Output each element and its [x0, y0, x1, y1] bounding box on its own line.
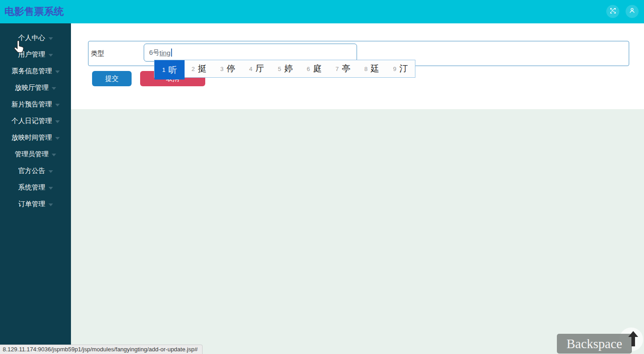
ime-candidate[interactable]: 6 庭 [300, 60, 329, 77]
user-icon [628, 7, 636, 16]
submit-button[interactable]: 提交 [92, 71, 132, 86]
sidebar-item-user-management[interactable]: 用户管理 [0, 46, 71, 63]
input-committed-text: 6号 [149, 49, 159, 57]
chevron-down-icon [49, 37, 53, 40]
type-input[interactable]: 6号ting [144, 44, 357, 62]
ime-candidate[interactable]: 4 厅 [242, 60, 271, 77]
sidebar-item-personal-center[interactable]: 个人中心 [0, 30, 71, 46]
sidebar-item-personal-diary-management[interactable]: 个人日记管理 [0, 113, 71, 129]
text-cursor [171, 49, 172, 57]
user-button[interactable] [626, 5, 639, 18]
main-content: 类型 6号ting 提交 取消 1 听 2 挺 3 停 4 厅 [71, 23, 644, 354]
type-field-label: 类型 [91, 41, 104, 66]
chevron-down-icon [55, 104, 60, 106]
sidebar-item-screening-hall-management[interactable]: 放映厅管理 [0, 80, 71, 96]
ime-candidate[interactable]: 2 挺 [185, 60, 213, 77]
chevron-down-icon [55, 137, 60, 140]
ime-candidate[interactable]: 5 婷 [271, 60, 300, 77]
sidebar-item-official-announcement[interactable]: 官方公告 [0, 163, 71, 179]
top-header: 电影售票系统 [0, 0, 644, 23]
ime-candidate[interactable]: 7 亭 [329, 60, 357, 77]
ime-candidate[interactable]: 8 廷 [357, 60, 386, 77]
keypress-overlay: Backspace [557, 334, 632, 354]
app-title: 电影售票系统 [4, 5, 64, 18]
sidebar-item-ticket-info-management[interactable]: 票务信息管理 [0, 63, 71, 80]
ime-candidate[interactable]: 3 停 [213, 60, 242, 77]
ime-candidate[interactable]: 1 听 [154, 60, 185, 80]
chevron-down-icon [55, 120, 60, 123]
chevron-down-icon [49, 54, 53, 57]
chevron-down-icon [49, 170, 53, 173]
sidebar-item-admin-management[interactable]: 管理员管理 [0, 146, 71, 163]
ime-candidate[interactable]: 9 汀 [386, 60, 415, 77]
arrow-up-icon[interactable] [628, 331, 638, 348]
chevron-down-icon [55, 71, 60, 73]
ime-candidate-window: 1 听 2 挺 3 停 4 厅 5 婷 6 庭 [154, 60, 415, 78]
sidebar-menu: 个人中心 用户管理 票务信息管理 放映厅管理 新片预告管理 个人日记管理 [0, 23, 71, 212]
sidebar-item-screening-time-management[interactable]: 放映时间管理 [0, 129, 71, 146]
sidebar: 个人中心 用户管理 票务信息管理 放映厅管理 新片预告管理 个人日记管理 [0, 23, 71, 354]
link-status-bar: 8.129.11.174:9036/jspmb59p1/jsp/modules/… [0, 345, 203, 354]
sidebar-item-new-film-trailer-management[interactable]: 新片预告管理 [0, 96, 71, 113]
chevron-down-icon [52, 87, 56, 90]
ime-composition-text: ting [159, 49, 170, 57]
chevron-down-icon [49, 187, 53, 190]
chevron-down-icon [49, 204, 53, 206]
chevron-down-icon [52, 154, 56, 156]
fullscreen-icon [609, 7, 617, 16]
sidebar-item-system-management[interactable]: 系统管理 [0, 179, 71, 196]
app-window: 电影售票系统 个人中心 [0, 0, 644, 354]
fullscreen-button[interactable] [606, 5, 619, 18]
sidebar-item-order-management[interactable]: 订单管理 [0, 196, 71, 212]
